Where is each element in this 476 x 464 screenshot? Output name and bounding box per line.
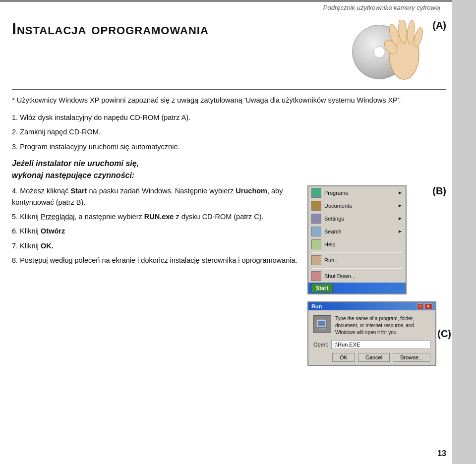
step-6-num: 6. — [12, 227, 18, 235]
label-c: (C) — [437, 328, 451, 339]
run-dialog-x-btn[interactable]: ✕ — [424, 303, 432, 309]
startmenu-shutdown[interactable]: Shut Down... — [308, 270, 406, 283]
start-button[interactable]: Start — [311, 284, 333, 292]
shutdown-icon — [311, 271, 321, 281]
step-8-num: 8. — [12, 256, 18, 264]
steps-group-1: 1. Włóż dysk instalacyjny do napędu CD-R… — [12, 112, 446, 153]
hand-svg — [377, 20, 426, 84]
run-dialog-description: Type the name of a program, folder, docu… — [335, 315, 430, 336]
run-dialog-close-btn[interactable]: ? — [417, 303, 423, 309]
step-8: 8. Postępuj według poleceń na ekranie i … — [12, 255, 298, 266]
run-open-input[interactable] — [331, 340, 430, 349]
run-app-icon — [313, 315, 331, 333]
title-row: Instalacja oprogramowania (A) — [12, 20, 446, 84]
step-5: 5. Kliknij Przeglądaj, a następnie wybie… — [12, 211, 298, 223]
run-open-row: Open: — [313, 340, 430, 349]
search-icon — [311, 227, 321, 236]
startmenu-documents-label: Documents — [324, 203, 352, 209]
startmenu-help[interactable]: Help — [308, 238, 406, 251]
step-4: 4. Możesz kliknąć Start na pasku zadań W… — [12, 185, 298, 208]
step-2-num: 2. — [12, 128, 18, 136]
label-b: (B) — [432, 185, 446, 197]
run-dialog: Run ? ✕ — [307, 301, 436, 366]
step-5-text: Kliknij Przeglądaj, a następnie wybierz … — [20, 213, 264, 221]
documents-icon — [311, 201, 321, 211]
search-arrow: ► — [398, 229, 403, 234]
startmenu-programs[interactable]: Programs ► — [308, 186, 406, 199]
bold-italic-line2: wykonaj następujące czynności: — [12, 171, 134, 179]
step-7-num: 7. — [12, 242, 18, 250]
step-5-num: 5. — [12, 213, 18, 221]
run-ok-btn[interactable]: OK — [332, 353, 355, 362]
run-icon-row: Type the name of a program, folder, docu… — [313, 315, 430, 336]
run-cancel-btn[interactable]: Cancel — [358, 353, 390, 362]
startmenu-settings[interactable]: Settings ► — [308, 212, 406, 225]
run-dialog-titlebar: Run ? ✕ — [308, 302, 435, 310]
startmenu-search[interactable]: Search ► — [308, 225, 406, 238]
startmenu-run[interactable]: Run... — [308, 254, 406, 267]
taskbar: Start — [308, 283, 406, 293]
svg-rect-8 — [318, 328, 326, 330]
step-4-text: Możesz kliknąć Start na pasku zadań Wind… — [12, 187, 283, 206]
illustration-c: (C) Run ? ✕ — [307, 301, 446, 366]
startmenu-search-label: Search — [324, 229, 342, 234]
startmenu-documents[interactable]: Documents ► — [308, 199, 406, 212]
run-buttons: OK Cancel Browse... — [313, 353, 430, 362]
left-steps: 4. Możesz kliknąć Start na pasku zadań W… — [12, 185, 298, 269]
cd-illustration — [352, 25, 407, 79]
main-content: Instalacja oprogramowania (A) — [12, 15, 446, 449]
startmenu-help-label: Help — [324, 241, 336, 247]
programs-arrow: ► — [398, 190, 403, 195]
step-2-text: Zamknij napęd CD-ROM. — [20, 128, 101, 136]
settings-icon — [311, 214, 321, 224]
page-header: Podręcznik użytkownika kamery cyfrowej — [0, 4, 452, 11]
right-illustrations: (B) Programs ► Documents ► — [307, 185, 446, 366]
illustration-b: (B) Programs ► Documents ► — [307, 185, 446, 294]
startmenu: Programs ► Documents ► Settings ► — [307, 185, 407, 294]
step-7: 7. Kliknij OK. — [12, 240, 298, 252]
startmenu-programs-label: Programs — [324, 190, 348, 196]
run-open-label: Open: — [313, 342, 328, 348]
illustration-a: (A) — [347, 20, 446, 84]
help-icon — [311, 239, 321, 249]
label-a: (A) — [432, 20, 446, 31]
step-8-text: Postępuj według poleceń na ekranie i dok… — [20, 256, 297, 264]
step-1-text: Włóż dysk instalacyjny do napędu CD-ROM … — [20, 114, 190, 121]
step-6: 6. Kliknij Otwórz — [12, 226, 298, 237]
run-icon — [311, 255, 321, 265]
run-browse-btn[interactable]: Browse... — [393, 353, 430, 362]
bold-italic-heading: Jeżeli instalator nie uruchomi się, wyko… — [12, 158, 446, 181]
startmenu-shutdown-label: Shut Down... — [324, 273, 356, 279]
page-number: 13 — [437, 449, 446, 458]
step-3-text: Program instalacyjny uruchomi się automa… — [20, 143, 179, 151]
run-dialog-body: Type the name of a program, folder, docu… — [308, 310, 435, 365]
lower-section: 4. Możesz kliknąć Start na pasku zadań W… — [12, 185, 446, 366]
divider — [12, 89, 446, 90]
step-1: 1. Włóż dysk instalacyjny do napędu CD-R… — [12, 112, 446, 123]
run-dialog-title: Run — [311, 303, 322, 309]
bold-italic-line1: Jeżeli instalator nie uruchomi się, — [12, 159, 139, 168]
svg-rect-7 — [318, 321, 325, 326]
programs-icon — [311, 188, 321, 198]
startmenu-settings-label: Settings — [324, 216, 344, 222]
step-4-num: 4. — [12, 187, 18, 195]
intro-note: * Użytkownicy Windows XP powinni zapozna… — [12, 95, 446, 106]
settings-arrow: ► — [398, 216, 403, 221]
startmenu-run-label: Run... — [324, 257, 339, 263]
page-title: Instalacja oprogramowania — [12, 20, 347, 38]
step-3-num: 3. — [12, 143, 18, 151]
step-3: 3. Program instalacyjny uruchomi się aut… — [12, 141, 446, 153]
documents-arrow: ► — [398, 203, 403, 208]
step-2: 2. Zamknij napęd CD-ROM. — [12, 126, 446, 138]
step-1-num: 1. — [12, 114, 18, 121]
